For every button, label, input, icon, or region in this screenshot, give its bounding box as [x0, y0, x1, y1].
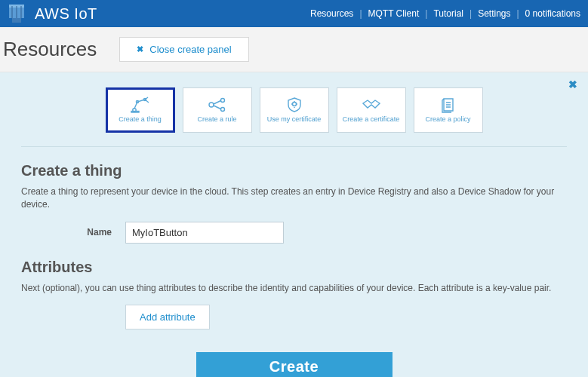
top-nav-links: Resources | MQTT Client | Tutorial | Set… [310, 8, 580, 19]
nav-settings[interactable]: Settings [478, 8, 510, 19]
robot-arm-icon [130, 97, 151, 113]
svg-point-13 [292, 103, 296, 106]
tile-create-policy[interactable]: Create a policy [414, 87, 483, 133]
name-label: Name [21, 227, 112, 238]
tile-row: Create a thing Create a rule Use my cert… [21, 83, 567, 147]
svg-point-10 [209, 103, 214, 107]
svg-point-11 [220, 99, 224, 103]
tile-label: Create a policy [425, 116, 470, 124]
name-row: Name [21, 222, 567, 244]
nav-mqtt-client[interactable]: MQTT Client [368, 8, 420, 19]
aws-iot-logo-icon [5, 2, 29, 26]
create-button-wrap: Create [21, 352, 567, 377]
nav-resources[interactable]: Resources [310, 8, 353, 19]
attributes-section: Attributes Next (optional), you can use … [21, 251, 567, 330]
brand-title: AWS IoT [35, 5, 97, 23]
tile-create-certificate[interactable]: Create a certificate [337, 87, 406, 133]
svg-point-12 [220, 108, 224, 112]
close-create-panel-button[interactable]: ✖ Close create panel [119, 37, 248, 62]
add-attribute-button[interactable]: Add attribute [125, 305, 210, 329]
nav-notifications[interactable]: 0 notifications [525, 8, 580, 19]
create-thing-heading: Create a thing [21, 162, 567, 179]
document-icon [438, 97, 459, 113]
close-icon: ✖ [137, 44, 143, 54]
handshake-icon [361, 97, 382, 113]
create-thing-description: Create a thing to represent your device … [21, 185, 567, 211]
nodes-icon [207, 97, 228, 113]
create-button[interactable]: Create [196, 352, 393, 377]
name-input[interactable] [125, 222, 284, 244]
create-panel: ✖ Create a thing Create a rule [0, 72, 588, 377]
attributes-heading: Attributes [21, 259, 567, 276]
resources-bar: Resources ✖ Close create panel [0, 27, 588, 72]
tile-create-rule[interactable]: Create a rule [183, 87, 252, 133]
close-panel-label: Close create panel [149, 44, 231, 55]
tile-label: Use my certificate [267, 116, 322, 124]
panel-close-icon[interactable]: ✖ [568, 78, 577, 90]
attributes-description: Next (optional), you can use thing attri… [21, 282, 567, 295]
top-nav: AWS IoT Resources | MQTT Client | Tutori… [0, 0, 588, 27]
tile-create-thing[interactable]: Create a thing [106, 87, 175, 133]
tile-label: Create a rule [197, 116, 236, 124]
tile-use-my-certificate[interactable]: Use my certificate [260, 87, 329, 133]
create-thing-section: Create a thing Create a thing to represe… [21, 147, 567, 244]
brand: AWS IoT [0, 2, 97, 26]
svg-rect-2 [12, 18, 21, 23]
page-title: Resources [3, 38, 97, 61]
tile-label: Create a certificate [343, 116, 400, 124]
tile-label: Create a thing [119, 116, 162, 124]
nav-tutorial[interactable]: Tutorial [433, 8, 463, 19]
shield-icon [284, 97, 305, 113]
